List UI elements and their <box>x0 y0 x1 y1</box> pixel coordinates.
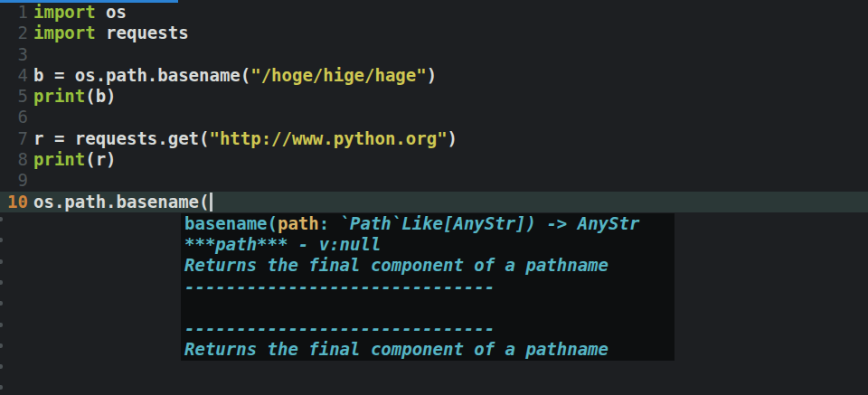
code-token-keyword: import <box>33 23 96 42</box>
empty-line-marker <box>0 343 3 348</box>
popup-line: ------------------------------ <box>184 318 675 339</box>
text-cursor <box>210 193 212 212</box>
hover-popup: basename(path: `Path`Like[AnyStr]) -> An… <box>181 213 675 361</box>
popup-segment-italic: ***path*** - v:null <box>184 234 381 254</box>
line-number: 8 <box>0 149 28 170</box>
code-token-string: "http://www.python.org" <box>209 128 447 148</box>
popup-line: basename(path: `Path`Like[AnyStr]) -> An… <box>184 213 675 234</box>
popup-segment-signature: basename( <box>184 213 278 233</box>
code-line[interactable]: 3 <box>0 44 868 65</box>
empty-line-marker <box>0 280 3 285</box>
popup-line: Returns the final component of a pathnam… <box>184 255 675 276</box>
empty-line-marker <box>0 323 3 327</box>
code-token-plain: ) <box>427 65 437 85</box>
code-token-plain: ) <box>448 128 458 148</box>
code-line-text[interactable]: print(r) <box>33 149 117 170</box>
code-token-plain: requests <box>96 23 189 42</box>
line-number: 3 <box>0 44 28 65</box>
popup-segment-param: path <box>278 213 319 233</box>
code-line-text[interactable]: b = os.path.basename("/hoge/hige/hage") <box>33 65 437 86</box>
line-number: 9 <box>0 170 28 191</box>
popup-segment-italic: ------------------------------ <box>184 277 495 296</box>
code-line[interactable]: 7r = requests.get("http://www.python.org… <box>0 128 868 149</box>
popup-line: ------------------------------ <box>184 277 675 297</box>
empty-line-marker <box>0 217 3 221</box>
popup-line: Returns the final component of a pathnam… <box>184 339 675 360</box>
code-line[interactable]: 9 <box>0 170 868 191</box>
code-line[interactable]: 8print(r) <box>0 149 868 170</box>
line-number: 1 <box>0 2 28 23</box>
code-editor: 1import os2import requests34b = os.path.… <box>0 0 868 395</box>
popup-line <box>184 297 675 318</box>
line-number: 10 <box>0 192 28 212</box>
code-line[interactable]: 2import requests <box>0 23 868 43</box>
code-token-keyword: print <box>33 149 85 169</box>
popup-segment-italic: Returns the final component of a pathnam… <box>184 339 609 359</box>
popup-line: ***path*** - v:null <box>184 234 675 255</box>
code-line[interactable]: 5print(b) <box>0 86 868 107</box>
code-line[interactable]: 4b = os.path.basename("/hoge/hige/hage") <box>0 65 868 86</box>
popup-segment-signature: : <box>319 213 340 233</box>
line-number: 4 <box>0 65 28 86</box>
code-line-text[interactable]: import requests <box>33 23 189 43</box>
code-token-plain: os.path.basename( <box>33 192 209 212</box>
empty-line-marker <box>0 364 3 369</box>
line-number: 7 <box>0 128 28 149</box>
code-token-keyword: print <box>33 86 85 106</box>
code-token-keyword: import <box>33 2 96 22</box>
empty-line-marker <box>0 238 3 242</box>
code-token-plain: os <box>96 2 127 22</box>
empty-line-marker <box>0 259 3 264</box>
code-line[interactable]: 10os.path.basename( <box>0 192 868 212</box>
code-line[interactable]: 6 <box>0 107 868 127</box>
empty-line-marker <box>0 385 3 390</box>
line-number: 6 <box>0 107 28 127</box>
code-line[interactable]: 1import os <box>0 2 868 23</box>
empty-line-marker <box>0 301 3 306</box>
code-token-plain: (r) <box>85 149 116 169</box>
code-token-plain: b = os.path.basename( <box>33 65 250 85</box>
code-line-text[interactable]: print(b) <box>33 86 117 107</box>
code-area[interactable]: 1import os2import requests34b = os.path.… <box>0 2 868 212</box>
popup-segment-italic: Returns the final component of a pathnam… <box>184 255 609 275</box>
line-number: 2 <box>0 23 28 43</box>
code-line-text[interactable]: import os <box>33 2 127 23</box>
popup-segment-italic: ------------------------------ <box>184 318 495 338</box>
code-line-text[interactable]: os.path.basename( <box>33 192 212 212</box>
popup-segment-italic: `Path`Like[AnyStr]) -> AnyStr <box>340 213 640 233</box>
line-number: 5 <box>0 86 28 107</box>
code-token-string: "/hoge/hige/hage" <box>250 65 426 85</box>
code-line-text[interactable]: r = requests.get("http://www.python.org"… <box>33 128 458 149</box>
code-token-plain: r = requests.get( <box>33 128 209 148</box>
code-token-plain: (b) <box>85 86 116 106</box>
